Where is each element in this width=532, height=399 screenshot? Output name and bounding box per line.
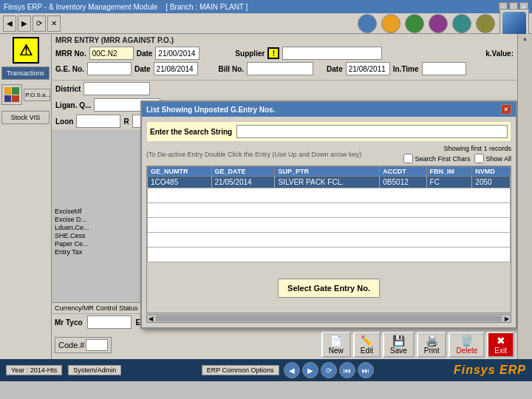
reports-icon <box>452 14 471 33</box>
popup-close-btn[interactable]: × <box>501 104 511 115</box>
nav-btn-1[interactable]: ◀ <box>284 362 300 378</box>
search-first-chars-label: Search First Chars <box>403 154 470 163</box>
grid-table: GE_NUMTR GE_DATE SUP_PTR ACCDT FBN_IM NV… <box>147 166 511 262</box>
nav-btn-2[interactable]: ▶ <box>302 362 318 378</box>
popup-body: Enter the Search String (To De-active En… <box>142 117 516 327</box>
showing-text: Showing first 1 records <box>443 145 511 152</box>
col-ge-date: GE_DATE <box>211 167 275 177</box>
table-row-empty4 <box>148 233 511 248</box>
h-scrollbar[interactable]: ◀ ▶ <box>146 314 511 323</box>
user-icon <box>358 14 377 33</box>
search-first-chars-checkbox[interactable] <box>403 154 413 163</box>
right-options: Showing first 1 records Search First Cha… <box>403 145 511 163</box>
cell-fbn-im: FC <box>426 177 472 188</box>
admin-btn[interactable]: System/Admin <box>68 365 121 375</box>
cell-sup-ptr: SILVER PACK FCL. <box>275 177 380 188</box>
windows-logo <box>1 84 22 105</box>
footer-center: ERP Common Options ◀ ▶ ⟳ ⏮ ⏭ <box>202 362 374 378</box>
show-all-checkbox[interactable] <box>474 154 484 163</box>
footer-bar: Year : 2014-Hts System/Admin ERP Common … <box>0 359 532 381</box>
hint-text: (To De-active Entry Double Click the Ent… <box>146 151 361 158</box>
footer-left: Year : 2014-Hts System/Admin <box>6 365 121 375</box>
cell-ge-numtr: 1CO485 <box>148 177 212 188</box>
sidebar-stock-label: Stock VIS <box>11 114 41 121</box>
nav-buttons: ◀ ▶ ⟳ ⏮ ⏭ <box>284 362 374 378</box>
main-window: Finsys ERP - & Inventory Management Modu… <box>0 0 532 399</box>
tools-icon <box>476 14 495 33</box>
help-icon <box>405 14 424 33</box>
nav-btn-5[interactable]: ⏭ <box>358 362 374 378</box>
cell-accdt: 0B5012 <box>380 177 426 188</box>
search-label: Enter the Search String <box>150 128 232 136</box>
tooltip-box: Select Gate Entry No. <box>278 279 380 298</box>
sidebar-transactions-label: Transactions <box>7 69 44 77</box>
toolbar-close-btn[interactable]: ✕ <box>47 16 61 32</box>
nav-btn-4[interactable]: ⏮ <box>339 362 355 378</box>
sidebar-pos-label: P.O.S.a... <box>26 92 51 98</box>
right-panel-label: ▲ <box>522 35 528 42</box>
table-row-empty5 <box>148 248 511 262</box>
app-title-text: Finsys ERP - & Inventory Management Modu… <box>4 3 157 11</box>
checkboxes: Search First Chars Show All <box>403 154 511 163</box>
table-row-empty <box>148 188 511 203</box>
search-input[interactable] <box>236 125 508 138</box>
options-row: (To De-active Entry Double Click the Ent… <box>146 145 511 163</box>
toolbar-back-btn[interactable]: ◀ <box>3 16 16 32</box>
footer-right: Finsys ERP <box>454 364 526 377</box>
toolbar-refresh-btn[interactable]: ⟳ <box>33 16 46 32</box>
popup-dialog: List Showing Unposted G.Entry Nos. × Ent… <box>140 100 517 329</box>
toolbar-forward-btn[interactable]: ▶ <box>18 16 31 32</box>
nav-btn-3[interactable]: ⟳ <box>321 362 337 378</box>
popup-title-bar: List Showing Unposted G.Entry Nos. × <box>142 102 516 117</box>
show-all-label: Show All <box>474 154 511 163</box>
table-header-row: GE_NUMTR GE_DATE SUP_PTR ACCDT FBN_IM NV… <box>148 167 511 177</box>
table-row[interactable]: 1CO485 21/05/2014 SILVER PACK FCL. 0B501… <box>148 177 511 188</box>
module-icon <box>429 14 448 33</box>
col-sup-ptr: SUP_PTR <box>275 167 380 177</box>
sidebar-item-stock[interactable]: Stock VIS <box>1 111 50 124</box>
col-nvmd: NVMD <box>472 167 511 177</box>
content-area: MRR ENTRY (MRR AGAINST P.O.) MRR No. Dat… <box>52 34 517 359</box>
sidebar-item-transactions[interactable]: Transactions <box>1 66 50 80</box>
popup-overlay: List Showing Unposted G.Entry Nos. × Ent… <box>52 34 517 359</box>
settings-icon <box>381 14 400 33</box>
sidebar-item-pos[interactable]: P.O.S.a... <box>24 89 50 101</box>
popup-title-text: List Showing Unposted G.Entry Nos. <box>146 106 275 114</box>
scroll-thumb <box>156 316 502 321</box>
scroll-left-btn[interactable]: ◀ <box>147 316 154 322</box>
erp-options-btn[interactable]: ERP Common Options <box>202 365 279 375</box>
pos-row: P.O.S.a... <box>1 84 50 105</box>
cell-ge-date: 21/05/2014 <box>211 177 275 188</box>
table-row-empty2 <box>148 203 511 218</box>
app-title: Finsys ERP - & Inventory Management Modu… <box>4 3 248 11</box>
right-panel: ▲ <box>517 34 532 359</box>
toolbar: ◀ ▶ ⟳ ✕ <box>0 13 532 34</box>
left-sidebar: ⚠ Transactions P.O.S.a... Stock VIS <box>0 34 52 359</box>
year-btn[interactable]: Year : 2014-Hts <box>6 365 62 375</box>
scroll-right-btn[interactable]: ▶ <box>503 316 511 322</box>
finsvs-logo: Finsys ERP <box>454 364 526 377</box>
warning-icon: ⚠ <box>13 37 39 64</box>
search-row: Enter the Search String <box>146 121 511 142</box>
main-area: ⚠ Transactions P.O.S.a... Stock VIS <box>0 34 532 359</box>
app-branch: [ Branch : MAIN PLANT ] <box>166 3 248 11</box>
table-row-empty3 <box>148 218 511 233</box>
col-ge-numtr: GE_NUMTR <box>148 167 212 177</box>
cell-nvmd: 2050 <box>472 177 511 188</box>
col-fbn-im: FBN_IM <box>426 167 472 177</box>
finsys-logo-text: Finsys ERP <box>454 364 526 376</box>
col-accdt: ACCDT <box>380 167 426 177</box>
